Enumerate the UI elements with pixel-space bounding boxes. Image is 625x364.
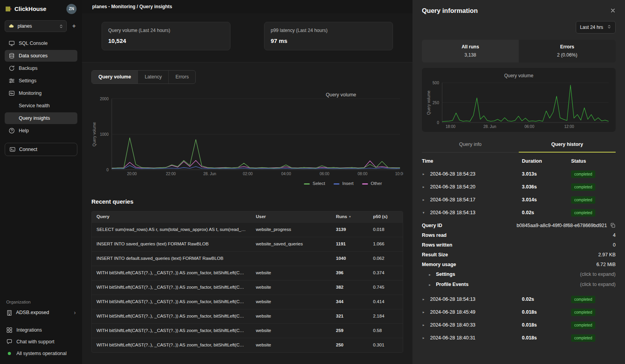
sidebar-item[interactable]: Query insights [5, 112, 77, 124]
expand-chevron-icon[interactable] [423, 336, 426, 340]
history-row[interactable]: 2024-06-28 18:54:23 3.013s completed [422, 168, 616, 181]
footer-item[interactable]: Chat with support [5, 337, 77, 347]
expandable-section[interactable]: Profile Events (click to expand) [422, 280, 616, 290]
expand-chevron-icon[interactable] [423, 310, 426, 314]
history-time: 2024-06-28 18:54:17 [430, 197, 475, 203]
history-row[interactable]: 2024-06-28 18:54:13 0.02s completed [422, 293, 616, 306]
panel-query-volume-chart: 025050018:0028. Jun06:0012:00Query volum… [426, 80, 612, 130]
footer-item-label: Chat with support [16, 339, 54, 345]
avatar[interactable]: ZN [66, 4, 77, 14]
query-row[interactable]: WITH bitShiftLeft(CAST(?..), _CAST(?..))… [92, 266, 403, 280]
detail-row: Result Size 2.97 KB [422, 250, 616, 260]
history-duration: 0.018s [522, 335, 571, 341]
query-runs: 3139 [331, 227, 368, 233]
query-row[interactable]: WITH bitShiftLeft(CAST(?..), _CAST(?..))… [92, 280, 403, 295]
query-row[interactable]: SELECT sum(read_rows) AS r, sum(total_ro… [92, 222, 403, 237]
column-runs[interactable]: Runs [331, 214, 368, 220]
expandable-section[interactable]: Settings (click to expand) [422, 270, 616, 280]
legend-label: Select [312, 181, 325, 187]
connect-button[interactable]: Connect [5, 143, 77, 156]
brand-row: ClickHouse ZN [5, 3, 77, 14]
history-row[interactable]: 2024-06-28 18:40:31 0.018s completed [422, 332, 616, 344]
sidebar-item[interactable]: Monitoring [5, 87, 77, 99]
stat-tab-label: Errors [519, 44, 616, 50]
clickhouse-home-link[interactable]: ClickHouse [5, 5, 46, 13]
svg-text:20:00: 20:00 [127, 172, 137, 176]
stat-label: p99 latency (Last 24 hours) [271, 27, 386, 34]
service-selector[interactable]: planes [5, 20, 67, 32]
expand-chevron-icon[interactable] [423, 297, 426, 302]
legend-item[interactable]: Select [304, 181, 325, 187]
query-volume-chart: 01000200020:0022:0028. Jun02:0004:0006:0… [91, 89, 403, 180]
query-row[interactable]: INSERT INTO saved_queries (text) FORMAT … [92, 237, 403, 251]
stat-tab[interactable]: All runs 3,138 [422, 40, 519, 62]
add-service-button[interactable]: + [71, 22, 77, 30]
query-info-tab[interactable]: Query history [519, 137, 616, 153]
close-icon[interactable] [610, 8, 616, 13]
connect-icon [9, 146, 16, 153]
chart-tab[interactable]: Query volume [92, 71, 138, 83]
history-duration: 3.013s [522, 171, 571, 178]
organization-row[interactable]: ADSB.exposed [5, 309, 77, 316]
sidebar-item[interactable]: Service health [5, 100, 77, 112]
svg-text:2000: 2000 [100, 97, 109, 101]
legend-item[interactable]: Insert [334, 181, 354, 187]
panel-title: Query information [422, 6, 478, 15]
svg-text:0: 0 [437, 121, 439, 125]
stat-tab-value: 2 (0.06%) [519, 52, 616, 58]
query-runs: 396 [331, 270, 368, 276]
history-rows: 2024-06-28 18:54:13 0.02s completed 2024… [422, 293, 616, 344]
sidebar-item[interactable]: Backups [5, 62, 77, 74]
history-row[interactable]: 2024-06-28 18:54:13 0.02s completed [422, 206, 616, 219]
organization-name: ADSB.exposed [16, 309, 49, 316]
history-time: 2024-06-28 18:54:20 [430, 184, 475, 190]
query-user: website [251, 313, 331, 320]
footer-item[interactable]: All systems operational [5, 348, 77, 359]
history-time: 2024-06-28 18:40:31 [430, 335, 475, 341]
query-info-tabs: Query info Query history [422, 137, 616, 153]
sidebar-item-label: Data sources [19, 53, 48, 59]
history-time: 2024-06-28 18:54:13 [430, 296, 475, 303]
detail-label: Memory usage [422, 261, 480, 268]
query-runs: 1040 [331, 256, 368, 262]
status-badge: completed [571, 196, 595, 204]
history-row[interactable]: 2024-06-28 18:40:33 0.018s completed [422, 319, 616, 332]
query-row[interactable]: WITH bitShiftLeft(CAST(?..), _CAST(?..))… [92, 338, 403, 352]
footer-item[interactable]: Integrations [5, 325, 77, 335]
expand-chevron-icon[interactable] [423, 210, 426, 215]
expand-chevron-icon[interactable] [423, 197, 426, 202]
query-row[interactable]: WITH bitShiftLeft(CAST(?..), _CAST(?..))… [92, 323, 403, 338]
query-row[interactable]: WITH bitShiftLeft(CAST(?..), _CAST(?..))… [92, 295, 403, 309]
sidebar-item[interactable]: Settings [5, 75, 77, 87]
expandable-hint: (click to expand) [580, 271, 616, 278]
chart-tab[interactable]: Latency [138, 71, 169, 83]
chart-tab[interactable]: Errors [169, 71, 195, 83]
stat-tab[interactable]: Errors 2 (0.06%) [519, 40, 616, 62]
status-badge: completed [571, 321, 595, 329]
query-text: WITH bitShiftLeft(CAST(?..), _CAST(?..))… [92, 299, 251, 305]
sidebar-item[interactable]: Help [5, 125, 77, 137]
sidebar-item[interactable]: Data sources [5, 50, 77, 62]
history-row[interactable]: 2024-06-28 18:54:17 3.014s completed [422, 194, 616, 206]
expand-chevron-icon[interactable] [423, 185, 426, 189]
history-row[interactable]: 2024-06-28 18:45:49 0.018s completed [422, 306, 616, 319]
history-row[interactable]: 2024-06-28 18:54:20 3.036s completed [422, 181, 616, 194]
connect-label: Connect [19, 147, 38, 152]
query-runs: 1191 [331, 241, 368, 247]
expand-chevron-icon[interactable] [423, 172, 426, 176]
detail-value: b0845aa9-a8c9-49f0-8f68-e678669bd921 [480, 222, 607, 229]
sidebar-item[interactable]: SQL Console [5, 37, 77, 49]
copy-icon[interactable] [610, 223, 616, 228]
query-row[interactable]: INSERT INTO default.saved_queries (text)… [92, 251, 403, 266]
time-range-value: Last 24 hrs [580, 24, 603, 30]
legend-item[interactable]: Other [362, 181, 382, 187]
svg-text:06:00: 06:00 [320, 172, 329, 176]
status-badge: completed [571, 209, 595, 217]
chevron-right-icon [74, 309, 76, 316]
time-range-select[interactable]: Last 24 hrs [576, 21, 616, 34]
query-row[interactable]: WITH bitShiftLeft(CAST(?..), _CAST(?..))… [92, 309, 403, 323]
query-p50: 0.301 [368, 342, 403, 348]
query-info-tab[interactable]: Query info [422, 137, 519, 153]
detail-value: 4 [480, 232, 616, 239]
expand-chevron-icon[interactable] [423, 323, 426, 327]
